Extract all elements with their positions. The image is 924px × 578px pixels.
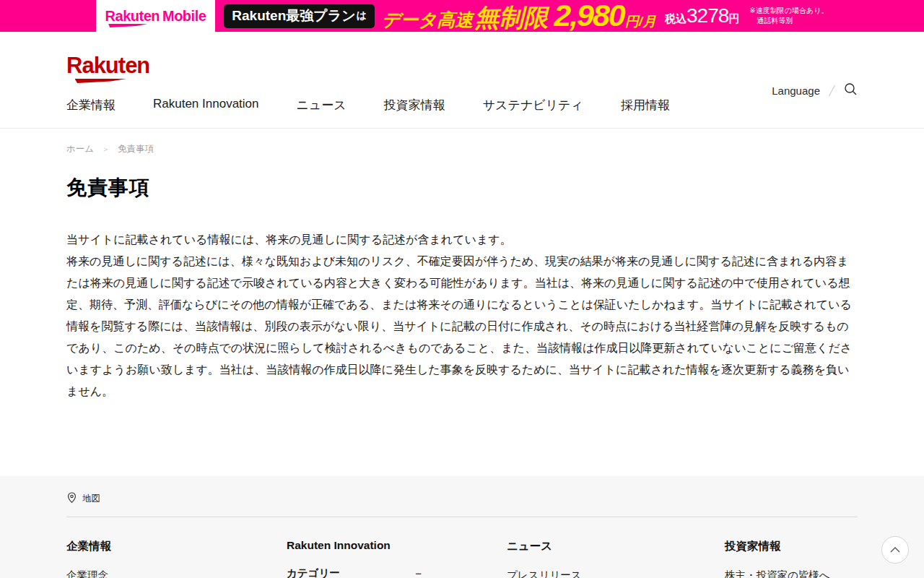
offer-price: 2,980	[554, 0, 624, 32]
banner-note-line2: 通話料等別	[749, 16, 828, 27]
chevron-up-icon	[889, 543, 901, 556]
disclaimer-text: 当サイトに記載されている情報には、将来の見通しに関する記述が含まれています。 将…	[66, 229, 858, 476]
offer-main-text: 無制限	[474, 1, 548, 33]
footer-column-news: ニュース プレスリリース お知らせ 主なグループ各社の	[507, 539, 725, 578]
banner-note-line1: ※速度制限の場合あり。	[749, 6, 828, 17]
page-title: 免責事項	[66, 174, 858, 202]
breadcrumb-home[interactable]: ホーム	[66, 143, 94, 155]
banner-offer: データ高速 無制限 2,980 円/月	[382, 0, 656, 32]
rakuten-logo[interactable]: Rakuten	[66, 53, 149, 78]
plan-name: Rakuten最強プラン	[232, 7, 355, 25]
breadcrumb: ホーム ＞ 免責事項	[66, 143, 858, 155]
breadcrumb-current: 免責事項	[118, 143, 154, 155]
header-utilities: Language	[772, 82, 858, 99]
footer-column-corporate: 企業情報 企業理念 トップメッセージ 役員紹介	[66, 539, 287, 578]
promo-banner[interactable]: Rakuten Mobile Rakuten最強プランは データ高速 無制限 2…	[0, 0, 924, 32]
nav-item-rakuten-innovation[interactable]: Rakuten Innovation	[153, 97, 259, 113]
tax-unit: 円	[728, 12, 739, 26]
location-pin-icon	[66, 492, 77, 506]
main-content: ホーム ＞ 免責事項 免責事項 当サイトに記載されている情報には、将来の見通しに…	[66, 143, 858, 476]
footer-heading-corporate[interactable]: 企業情報	[66, 539, 287, 554]
search-button[interactable]	[844, 82, 858, 99]
tax-label: 税込	[665, 12, 687, 26]
footer-heading-news[interactable]: ニュース	[507, 539, 725, 554]
footer-column-innovation: Rakuten Innovation カテゴリー − テクノロジー サービス	[287, 539, 507, 578]
main-navigation: 企業情報 Rakuten Innovation ニュース 投資家情報 サステナビ…	[66, 97, 858, 128]
disclaimer-paragraph-2: 将来の見通しに関する記述には、様々な既知および未知のリスク、不確定要因が伴うため…	[66, 251, 858, 402]
offer-lead-text: データ高速	[382, 8, 473, 32]
footer-columns: 企業情報 企業理念 トップメッセージ 役員紹介 Rakuten Innovati…	[66, 517, 858, 578]
search-icon	[844, 82, 858, 99]
divider-slash	[829, 85, 835, 96]
nav-item-news[interactable]: ニュース	[297, 97, 346, 113]
rakuten-mobile-logo-brand: Rakuten	[105, 9, 160, 23]
plan-name-suffix: は	[357, 9, 367, 22]
nav-item-sustainability[interactable]: サステナビリティ	[483, 97, 583, 113]
footer-heading-investors[interactable]: 投資家情報	[725, 539, 858, 554]
banner-disclaimer-note: ※速度制限の場合あり。 通話料等別	[749, 6, 828, 27]
footer-category-label: カテゴリー	[287, 568, 340, 578]
offer-price-unit: 円/月	[625, 12, 656, 31]
tax-price: 3278	[687, 4, 728, 27]
footer-link[interactable]: プレスリリース	[507, 570, 725, 578]
site-header: Rakuten Language 企業情報 Rakuten Innovation…	[0, 32, 924, 129]
language-switcher[interactable]: Language	[772, 85, 820, 97]
disclaimer-paragraph-1: 当サイトに記載されている情報には、将来の見通しに関する記述が含まれています。	[66, 229, 858, 251]
collapse-minus-icon: −	[415, 568, 422, 578]
nav-item-corporate[interactable]: 企業情報	[66, 97, 116, 113]
rakuten-mobile-logo: Rakuten Mobile	[96, 0, 216, 32]
nav-item-investors[interactable]: 投資家情報	[384, 97, 445, 113]
site-footer: 地図 企業情報 企業理念 トップメッセージ 役員紹介 Rakuten Innov…	[0, 476, 924, 578]
plan-name-badge: Rakuten最強プランは	[224, 4, 375, 28]
sitemap-link-label: 地図	[82, 493, 100, 505]
footer-link[interactable]: 企業理念	[66, 570, 287, 578]
sitemap-link[interactable]: 地図	[66, 492, 100, 506]
tax-included-price: 税込 3278 円	[665, 4, 739, 27]
footer-category-accordion[interactable]: カテゴリー −	[287, 568, 422, 578]
rakuten-mobile-logo-product: Mobile	[162, 9, 206, 23]
breadcrumb-separator: ＞	[102, 144, 110, 155]
footer-heading-innovation[interactable]: Rakuten Innovation	[287, 539, 507, 552]
footer-link[interactable]: 株主・投資家の皆様へ	[725, 570, 858, 578]
back-to-top-button[interactable]	[881, 536, 909, 564]
footer-column-investors: 投資家情報 株主・投資家の皆様へ 財務・業績情報 IR資料・イベント	[725, 539, 858, 578]
nav-item-careers[interactable]: 採用情報	[621, 97, 670, 113]
promo-banner-content: Rakuten Mobile Rakuten最強プランは データ高速 無制限 2…	[96, 0, 829, 32]
